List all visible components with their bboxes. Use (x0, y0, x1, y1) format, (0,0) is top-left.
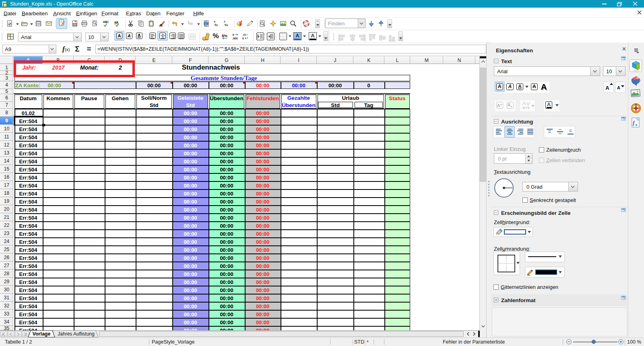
svg-text:PDF: PDF (73, 23, 77, 26)
svg-text:N: N (635, 103, 637, 106)
svg-text:.000: .000 (232, 37, 238, 40)
svg-text:0: 0 (233, 33, 234, 36)
svg-text:C: C (107, 21, 109, 23)
svg-text:0: 0 (242, 37, 244, 40)
svg-text:A: A (214, 20, 216, 23)
svg-text:.00: .00 (242, 33, 246, 36)
svg-text:Z: Z (216, 24, 218, 27)
svg-text:AB: AB (114, 21, 118, 24)
svg-text:0: 0 (247, 33, 248, 36)
svg-text:Z: Z (224, 20, 225, 23)
svg-text:$%: $% (222, 33, 227, 38)
svg-text:x: x (635, 122, 638, 127)
